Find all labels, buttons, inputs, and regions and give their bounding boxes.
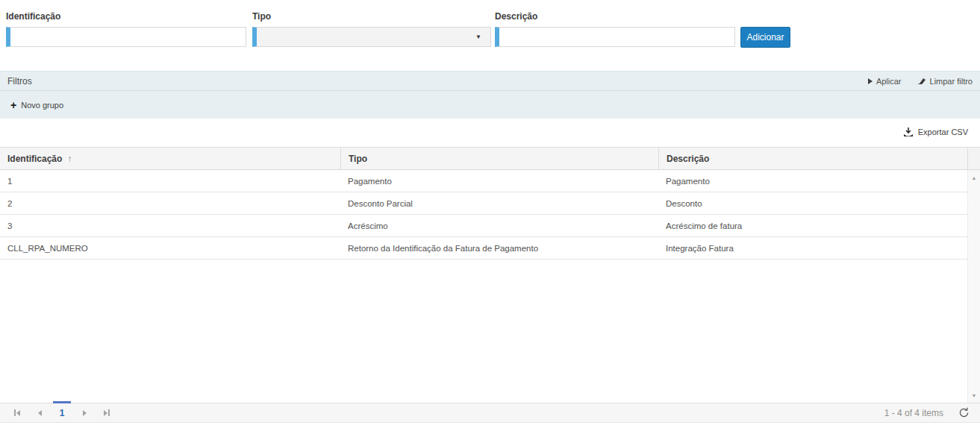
tipo-label: Tipo (252, 11, 491, 22)
pager-info: 1 - 4 of 4 items (884, 408, 943, 418)
download-icon (903, 128, 914, 137)
descricao-input[interactable] (495, 27, 735, 47)
grid-header-row: Identificação ↑ Tipo Descrição (0, 148, 980, 170)
sort-asc-icon: ↑ (67, 154, 72, 164)
column-header-label: Descrição (667, 154, 709, 164)
bottom-strip (0, 423, 980, 431)
table-row[interactable]: CLL_RPA_NUMERO Retorno da Identificação … (0, 237, 967, 259)
apply-filter-button[interactable]: Aplicar (868, 77, 902, 86)
pager-previous-button[interactable] (28, 403, 51, 422)
pager-first-button[interactable] (6, 403, 28, 422)
cell-tipo: Acréscimo (340, 215, 658, 236)
cell-descricao: Pagamento (658, 170, 967, 192)
grid-pager: 1 1 - 4 of 4 items (0, 403, 980, 423)
eraser-icon (917, 78, 926, 85)
active-page-indicator (53, 401, 71, 403)
pager-last-button[interactable] (96, 403, 118, 422)
table-row[interactable]: 1 Pagamento Pagamento (0, 170, 967, 192)
scroll-down-icon[interactable]: ▼ (968, 389, 980, 401)
column-header-descricao[interactable]: Descrição (658, 148, 967, 169)
add-record-form: Identificação Tipo ▼ Descrição Adicionar (0, 0, 980, 70)
tipo-field-group: Tipo ▼ (252, 11, 491, 47)
cell-identificacao: CLL_RPA_NUMERO (0, 237, 340, 259)
descricao-label: Descrição (495, 11, 735, 22)
vertical-scrollbar[interactable]: ▲ ▼ (967, 170, 980, 403)
cell-identificacao: 3 (0, 215, 340, 236)
grid-body: 1 Pagamento Pagamento 2 Desconto Parcial… (0, 170, 980, 403)
column-header-identificacao[interactable]: Identificação ↑ (0, 148, 340, 169)
identificacao-label: Identificação (6, 11, 246, 22)
cell-identificacao: 1 (0, 170, 340, 192)
seek-end-icon (108, 409, 110, 416)
page-number: 1 (60, 408, 65, 418)
header-scrollbar-spacer (967, 148, 980, 169)
new-group-button[interactable]: + Novo grupo (10, 100, 63, 110)
cell-tipo: Desconto Parcial (340, 192, 658, 214)
table-row[interactable]: 2 Desconto Parcial Desconto (0, 192, 967, 215)
filters-body: + Novo grupo (0, 91, 980, 119)
column-header-tipo[interactable]: Tipo (340, 148, 658, 169)
seek-start-icon (14, 409, 16, 416)
table-row[interactable]: 3 Acréscimo Acréscimo de fatura (0, 215, 967, 237)
clear-filter-label: Limpar filtro (930, 77, 973, 86)
filters-panel: Filtros Aplicar Limpar filtro + Novo gru… (0, 71, 980, 119)
tipo-select[interactable] (252, 27, 491, 47)
clear-filter-button[interactable]: Limpar filtro (917, 77, 973, 86)
cell-descricao: Desconto (658, 192, 967, 214)
apply-filter-label: Aplicar (876, 77, 902, 86)
pager-next-button[interactable] (73, 403, 96, 422)
pager-page-1-button[interactable]: 1 (52, 403, 72, 422)
column-header-label: Tipo (349, 154, 367, 164)
seek-start-icon (16, 410, 20, 416)
column-header-label: Identificação (7, 154, 62, 164)
scroll-up-icon[interactable]: ▲ (968, 172, 980, 183)
play-icon (868, 78, 873, 84)
filters-header: Filtros Aplicar Limpar filtro (0, 72, 980, 91)
cell-identificacao: 2 (0, 192, 340, 214)
data-grid: Identificação ↑ Tipo Descrição 1 Pagamen… (0, 147, 980, 423)
add-button[interactable]: Adicionar (740, 27, 790, 48)
identificacao-input[interactable] (6, 27, 246, 47)
new-group-label: Novo grupo (21, 101, 63, 110)
cell-descricao: Integração Fatura (658, 237, 967, 259)
refresh-button[interactable] (958, 407, 970, 418)
cell-tipo: Pagamento (340, 170, 658, 192)
filters-title: Filtros (7, 76, 32, 86)
arrow-left-icon (38, 410, 42, 416)
cell-tipo: Retorno da Identificação da Fatura de Pa… (340, 237, 658, 259)
arrow-right-icon (83, 410, 87, 416)
identificacao-field-group: Identificação (6, 11, 246, 47)
plus-icon: + (10, 100, 16, 110)
export-csv-label: Exportar CSV (918, 128, 968, 136)
export-csv-button[interactable]: Exportar CSV (903, 128, 968, 137)
descricao-field-group: Descrição (495, 11, 735, 47)
seek-end-icon (104, 410, 107, 416)
cell-descricao: Acréscimo de fatura (658, 215, 967, 236)
